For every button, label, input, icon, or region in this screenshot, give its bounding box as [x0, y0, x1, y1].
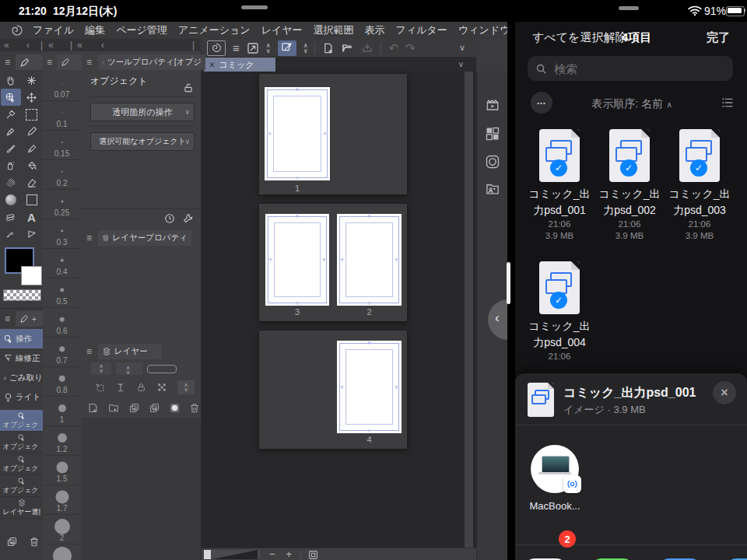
splitter-icon[interactable]: | [40, 39, 43, 51]
navigator-icon[interactable] [308, 550, 318, 560]
panel-menu-icon[interactable]: ≡ [86, 230, 92, 246]
subtool-object[interactable]: オブジェクト [0, 432, 43, 453]
canvas[interactable]: 1 3 2 4 [201, 72, 476, 548]
layer-property-tab[interactable]: レイヤープロパティ [98, 230, 191, 246]
unlock-icon[interactable] [183, 82, 194, 93]
group-operation[interactable]: 操作 [0, 329, 43, 348]
redo-icon[interactable]: ↷ [405, 40, 416, 57]
splitter-icon[interactable]: | [192, 39, 195, 51]
sub-color-swatch[interactable] [21, 266, 42, 285]
search-bar[interactable] [528, 56, 733, 81]
tool-pencil[interactable] [22, 123, 42, 140]
collapse-left-icon[interactable]: ‹ [26, 39, 30, 51]
done-button[interactable]: 完了 [707, 30, 730, 45]
tool-move[interactable] [22, 89, 42, 106]
palette-menu-icon[interactable]: ≡ [5, 54, 10, 70]
fit-screen-button[interactable] [247, 40, 259, 57]
transparent-color-swatch[interactable] [3, 289, 41, 301]
brush-size-item[interactable]: 1.2 [43, 426, 81, 456]
subtool-layer-select[interactable]: レイヤー選択 [0, 497, 43, 519]
selectable-object-dropdown[interactable]: 選択可能なオブジェクト ∨ [90, 132, 195, 151]
new-folder-icon[interactable] [107, 402, 120, 413]
layer-panel-expand-stepper[interactable]: ∧∨ [177, 380, 195, 394]
right-app-grabber[interactable] [619, 6, 639, 10]
layer-mask-icon[interactable] [169, 402, 181, 414]
collapse-left-icon[interactable]: « [4, 39, 9, 51]
brush-size-item[interactable]: 0.4 [43, 249, 81, 278]
brush-size-tab[interactable] [57, 54, 83, 70]
tool-gradient[interactable] [1, 191, 21, 208]
tool-airbrush[interactable] [1, 157, 21, 174]
menu-file[interactable]: ファイル [33, 23, 74, 37]
tool-marker[interactable] [22, 140, 42, 157]
palette-menu-icon[interactable]: ≡ [5, 311, 10, 327]
group-line-fix[interactable]: 線修正 [0, 348, 43, 368]
lock-transparent-icon[interactable] [156, 382, 167, 393]
delete-subtool-icon[interactable] [29, 536, 40, 548]
menu-selection[interactable]: 選択範囲 [314, 23, 354, 37]
share-sheet-close-button[interactable]: × [713, 381, 736, 404]
wrench-icon[interactable] [183, 213, 194, 224]
delete-layer-icon[interactable] [189, 402, 200, 414]
brush-size-item[interactable]: 0.1 [43, 101, 81, 131]
tool-marquee[interactable] [22, 106, 42, 123]
palette-menu-icon[interactable]: ≡ [47, 54, 52, 70]
stepper-icon[interactable]: ∧∨ [266, 40, 271, 57]
list-view-toggle-icon[interactable] [721, 96, 735, 109]
page-thumbnail-3[interactable] [265, 214, 329, 306]
splitter-icon[interactable]: | [70, 39, 72, 51]
collapse-left-icon[interactable]: « [77, 39, 82, 51]
tool-frame-border[interactable] [1, 208, 21, 226]
brush-size-item[interactable]: 0.3 [43, 219, 81, 249]
brush-size-item[interactable]: 0.15 [43, 131, 81, 160]
color-wheel-panel-icon[interactable] [485, 154, 500, 170]
command-bar-collapse-icon[interactable]: ∨ [459, 40, 465, 57]
tool-text[interactable]: A [22, 208, 42, 226]
reset-clock-icon[interactable] [164, 213, 175, 224]
search-input[interactable] [552, 61, 711, 76]
page-thumbnail-1[interactable] [265, 87, 330, 180]
group-dust-removal[interactable]: ごみ取り [0, 368, 43, 387]
opacity-slider[interactable] [147, 365, 177, 373]
airdrop-target[interactable]: MacBook... [522, 445, 587, 512]
edge-panel-pull-tab[interactable]: ‹ [488, 299, 507, 340]
brush-size-item[interactable]: 0.7 [43, 338, 81, 367]
lock-icon[interactable] [136, 382, 146, 393]
current-tool-button[interactable] [278, 40, 296, 56]
brush-size-item[interactable]: 2 [43, 515, 81, 544]
subtool-object[interactable]: オブジェクト [0, 410, 43, 432]
tab-comic[interactable]: × コミック [204, 58, 275, 72]
menu-animation[interactable]: アニメーション [178, 23, 251, 37]
zoom-slider[interactable] [204, 550, 260, 559]
brush-size-item[interactable]: 2.5 [43, 544, 81, 560]
menu-view[interactable]: 表示 [365, 23, 385, 37]
file-item-3[interactable]: ✓ コミック_出力psd_003 21:06 3.9 MB [665, 129, 735, 242]
main-menu-icon[interactable]: ≡ [233, 40, 240, 57]
file-item-1[interactable]: ✓ コミック_出力psd_001 21:06 3.9 MB [524, 129, 594, 242]
tool-object[interactable] [1, 89, 21, 106]
left-app-grabber[interactable] [241, 5, 268, 9]
timeline-panel-icon[interactable] [485, 98, 500, 112]
menu-filter[interactable]: フィルター [396, 23, 447, 37]
duplicate-layer-icon[interactable] [128, 402, 140, 414]
brush-size-item[interactable]: 0.8 [43, 367, 81, 397]
subtool-object[interactable]: オブジェクト [0, 453, 43, 475]
tool-property-tab[interactable]: ツールプロパティ[オブジ [98, 54, 205, 70]
brush-size-item[interactable]: 1.7 [43, 485, 81, 515]
material-panel-icon[interactable] [485, 126, 500, 142]
brush-size-item[interactable]: 0.07 [43, 72, 81, 101]
brush-size-item[interactable]: 0.5 [43, 278, 81, 308]
tab-list-icon[interactable]: ∨ [458, 60, 464, 68]
subtool-object[interactable]: オブジェクト [0, 475, 43, 497]
new-layer-icon[interactable] [87, 402, 99, 414]
layer-list[interactable] [82, 418, 201, 560]
panel-menu-icon[interactable]: ≡ [86, 54, 92, 70]
tool-figure[interactable] [22, 191, 42, 208]
tool-tone[interactable] [1, 174, 21, 191]
new-page-button[interactable] [322, 40, 334, 57]
tool-eraser[interactable] [22, 174, 42, 191]
page-thumbnail-2[interactable] [337, 214, 402, 306]
zoom-out-button[interactable]: − [269, 549, 275, 560]
sub-tool-tab[interactable]: + [16, 311, 47, 327]
tool-magic-wand[interactable] [22, 72, 42, 89]
